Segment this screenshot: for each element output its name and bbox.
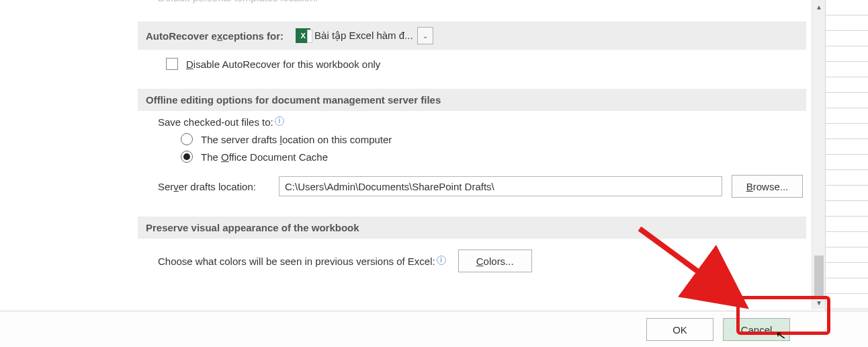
radio-server-drafts-location[interactable]: The server drafts location on this compu… <box>138 130 806 148</box>
section-title: Offline editing options for document man… <box>146 94 441 106</box>
t: Choose what colors will be seen in previ… <box>158 256 435 267</box>
server-drafts-location-row: Server drafts location: Browse... <box>138 165 806 202</box>
server-drafts-input[interactable] <box>279 176 722 196</box>
checkbox-label: Disable AutoRecover for this workbook on… <box>186 59 380 70</box>
scroll-thumb[interactable] <box>814 256 824 296</box>
ok-button[interactable]: OK <box>646 318 713 341</box>
section-preserve-appearance: Preserve visual appearance of the workbo… <box>138 217 806 239</box>
workbook-name: Bài tập Excel hàm đ... <box>314 30 413 42</box>
disable-autorecover-checkbox[interactable]: Disable AutoRecover for this workbook on… <box>166 58 806 70</box>
radio-office-document-cache[interactable]: The Office Document Cache <box>138 148 806 165</box>
server-drafts-label: Server drafts location: <box>158 181 279 192</box>
t: v <box>173 181 179 192</box>
radio-icon <box>181 133 193 145</box>
autorecover-options: Disable AutoRecover for this workbook on… <box>138 50 806 74</box>
t: x <box>217 30 222 42</box>
checkbox-icon <box>166 58 178 70</box>
radio-label: The Office Document Cache <box>201 151 328 163</box>
section-autorecover-exceptions: AutoRecover exceptions for: X Bài tập Ex… <box>138 22 806 50</box>
t: The server drafts <box>201 134 280 145</box>
vertical-scrollbar[interactable]: ▲ ▼ <box>812 0 825 309</box>
scroll-down-icon[interactable]: ▼ <box>812 296 826 309</box>
cancel-button[interactable]: Cancel <box>723 318 790 341</box>
scroll-area: Default personal templates location: Aut… <box>138 0 806 289</box>
t: rowse... <box>753 181 789 192</box>
options-dialog-body: Default personal templates location: Aut… <box>127 0 826 311</box>
excel-icon: X <box>296 28 310 43</box>
t: ceptions for: <box>222 30 284 42</box>
t: The <box>201 151 221 163</box>
worksheet-grid <box>826 0 868 311</box>
t: ffice Document Cache <box>229 151 328 163</box>
t: Save checked-out files to: <box>158 116 273 128</box>
t: olors... <box>484 256 514 267</box>
t: er drafts location: <box>179 181 256 192</box>
t: D <box>186 59 193 70</box>
t: B <box>746 181 753 192</box>
info-icon[interactable]: i <box>275 116 284 126</box>
section-title: AutoRecover exceptions for: <box>146 30 284 42</box>
colors-row: Choose what colors will be seen in previ… <box>138 239 806 276</box>
t: AutoRecover e <box>146 30 217 42</box>
save-checked-out-label: Save checked-out files to:i <box>138 111 806 130</box>
t: Ser <box>158 181 173 192</box>
info-icon[interactable]: i <box>437 256 446 265</box>
t: isable AutoRecover for this workbook onl… <box>193 59 380 70</box>
t: C <box>476 256 484 267</box>
workbook-selector[interactable]: X Bài tập Excel hàm đ... ⌄ <box>296 27 433 44</box>
colors-prompt: Choose what colors will be seen in previ… <box>158 256 446 267</box>
colors-button[interactable]: Colors... <box>458 249 532 272</box>
t: O <box>221 151 229 163</box>
section-offline-editing: Offline editing options for document man… <box>138 89 806 111</box>
chevron-down-icon[interactable]: ⌄ <box>417 27 433 44</box>
t: ocation on this computer <box>282 134 392 145</box>
templates-location-label: Default personal templates location: <box>158 0 318 3</box>
browse-button[interactable]: Browse... <box>732 175 803 198</box>
section-title: Preserve visual appearance of the workbo… <box>146 222 359 233</box>
scroll-up-icon[interactable]: ▲ <box>812 0 826 13</box>
dialog-footer: OK Cancel <box>0 311 868 347</box>
radio-label: The server drafts location on this compu… <box>201 134 392 145</box>
radio-icon-selected <box>181 151 193 163</box>
